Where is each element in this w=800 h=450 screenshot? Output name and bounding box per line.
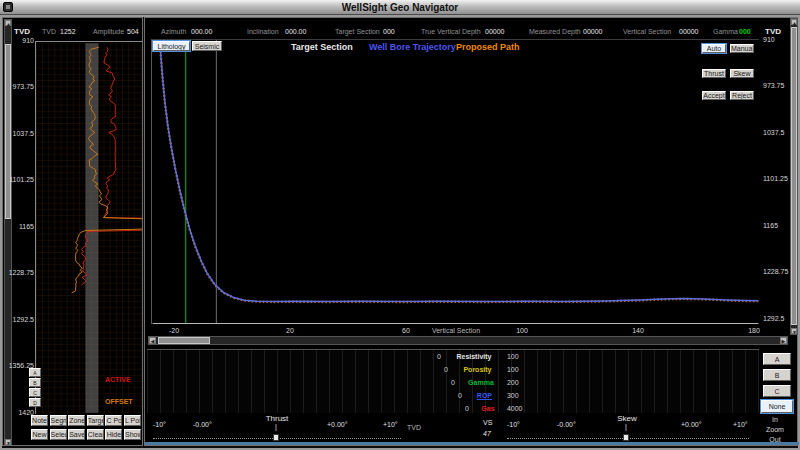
vs-tick: -20 <box>159 327 189 334</box>
mini-button-a[interactable]: A <box>29 368 41 377</box>
mini-button-c[interactable]: C <box>29 388 41 397</box>
lithology-button[interactable]: Lithology <box>153 41 190 51</box>
target-section-series-label: Target Section <box>291 42 353 52</box>
skew-max-label: +10° <box>733 421 748 428</box>
zoom-in-label[interactable]: In <box>757 416 793 423</box>
tvd-readout-label: TVD <box>407 424 421 431</box>
azimuth-label: Azimuth <box>161 28 186 35</box>
inclination-label: Inclination <box>247 28 279 35</box>
scroll-down-icon[interactable]: ▼ <box>791 328 797 334</box>
legend-min: 0 <box>439 379 455 386</box>
tvd-tick: 1165 <box>763 222 778 229</box>
active-label: ACTIVE <box>105 376 131 383</box>
legend-name: Gas <box>471 405 505 412</box>
scroll-up-icon[interactable]: ▲ <box>791 19 797 25</box>
curve-none-button[interactable]: None <box>761 400 793 413</box>
save-button[interactable]: Save <box>68 429 85 440</box>
legend-name: Porosity <box>450 366 505 373</box>
seismic-button[interactable]: Seismic <box>192 41 222 51</box>
chart-h-scrollbar-thumb[interactable] <box>158 337 210 344</box>
thrust-slider-title: Thrust <box>247 414 307 423</box>
manual-button[interactable]: Manual <box>730 44 754 53</box>
hide-button[interactable]: Hide <box>105 429 122 440</box>
depth-tick: 1101.25 <box>5 176 34 183</box>
scroll-right-icon[interactable]: ▶ <box>780 337 787 344</box>
vertical-section-value: 00000 <box>679 28 698 35</box>
mini-button-b[interactable]: B <box>29 378 41 387</box>
skew-slider-title: Skew <box>597 414 657 423</box>
skew-neg-label: -0.00° <box>557 421 576 428</box>
measured-depth-value: 00000 <box>583 28 602 35</box>
x-axis-title: Vertical Section <box>416 327 496 334</box>
depth-tick: 1292.5 <box>5 316 34 323</box>
chart-v-scrollbar-thumb[interactable] <box>791 27 797 325</box>
note-button[interactable]: Note <box>31 415 48 426</box>
legend-max: 100 <box>507 353 533 360</box>
show-button[interactable]: Show <box>124 429 141 440</box>
main-panel: Azimuth 000.00 Inclination 000.00 Target… <box>144 17 798 446</box>
l-point-button[interactable]: L Point <box>124 415 141 426</box>
depth-tick: 1228.75 <box>5 269 34 276</box>
legend-row-gas: 0 Gas 4000 <box>453 405 533 412</box>
auto-button[interactable]: Auto <box>702 44 726 53</box>
thrust-min-label: -10° <box>153 421 166 428</box>
skew-slider-handle[interactable] <box>623 434 629 441</box>
legend-name: ROP <box>464 392 505 399</box>
vs-readout-value: 47 <box>483 430 491 437</box>
true-vertical-depth-value: 00000 <box>485 28 504 35</box>
vs-tick: 100 <box>507 327 537 334</box>
skew-pos-label: +0.00° <box>681 421 702 428</box>
thrust-slider-handle[interactable] <box>273 434 279 441</box>
amplitude-label: Amplitude <box>93 28 124 35</box>
chart-h-scrollbar[interactable]: ◀ ▶ <box>148 336 788 345</box>
curve-b-button[interactable]: B <box>763 369 791 381</box>
new-button[interactable]: New <box>31 429 48 440</box>
vs-readout-label: VS <box>483 419 492 426</box>
title-bar: WellSight Geo Navigator <box>0 0 800 15</box>
curve-a-button[interactable]: A <box>763 353 791 365</box>
tvd-scale-label: TVD <box>42 28 56 35</box>
tvd-scale-value: 1252 <box>60 28 76 35</box>
chart-v-scrollbar[interactable]: ▲ ▼ <box>790 18 798 335</box>
tvd-tick: 910 <box>763 36 775 43</box>
vs-tick: 20 <box>275 327 305 334</box>
tvd-tick: 1292.5 <box>763 315 784 322</box>
inclination-value: 000.00 <box>285 28 306 35</box>
accept-button[interactable]: Accept <box>702 91 726 100</box>
skew-button[interactable]: Skew <box>730 69 754 78</box>
thrust-neg-label: -0.00° <box>193 421 212 428</box>
thrust-button[interactable]: Thrust <box>702 69 726 78</box>
depth-tick: 1165 <box>5 223 34 230</box>
scroll-down-icon[interactable]: ▼ <box>5 439 11 445</box>
scroll-left-icon[interactable]: ◀ <box>149 337 156 344</box>
bottom-edge-strip <box>145 442 799 445</box>
proposed-path-series-label: Proposed Path <box>456 42 520 52</box>
legend-row-resistivity: 0 Resistivity 100 <box>425 353 533 360</box>
app-icon <box>3 2 13 12</box>
offset-label: OFFSET <box>105 398 133 405</box>
select-button[interactable]: Select <box>50 429 67 440</box>
skew-min-label: -10° <box>507 421 520 428</box>
true-vertical-depth-label: True Vertical Depth <box>421 28 481 35</box>
thrust-center-tick: | <box>275 423 277 430</box>
legend-name: Resistivity <box>443 353 505 360</box>
thrust-max-label: +10° <box>383 421 398 428</box>
right-axis-title: TVD <box>765 27 781 36</box>
reject-button[interactable]: Reject <box>730 91 754 100</box>
log-gray-band <box>86 43 99 413</box>
curve-c-button[interactable]: C <box>763 385 791 397</box>
legend-max: 300 <box>507 392 533 399</box>
target-section-value: 000 <box>383 28 395 35</box>
legend-max: 4000 <box>507 405 533 412</box>
wellbore-trajectory-series-label: Well Bore Trajectory <box>369 42 456 52</box>
segment-button[interactable]: Segment <box>50 415 67 426</box>
zone-button[interactable]: Zone <box>68 415 85 426</box>
tvd-tick: 1228.75 <box>763 268 788 275</box>
clear-button[interactable]: Clear <box>87 429 104 440</box>
c-point-button[interactable]: C Point <box>105 415 122 426</box>
scroll-up-icon[interactable]: ▲ <box>5 20 11 26</box>
target-button[interactable]: Target <box>87 415 104 426</box>
legend-row-porosity: 0 Porosity 100 <box>432 366 533 373</box>
thrust-pos-label: +0.00° <box>327 421 348 428</box>
mini-button-d[interactable]: D <box>29 398 41 407</box>
